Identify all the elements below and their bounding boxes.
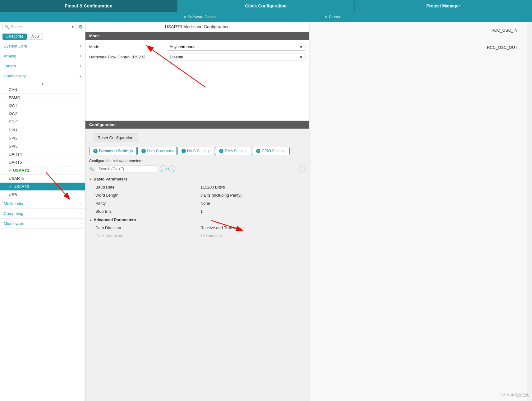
config-search-row: 🔍 ← → i xyxy=(85,164,309,174)
basic-parameters-group[interactable]: ∨ Basic Parameters xyxy=(89,175,305,183)
nav-pinout-config[interactable]: Pinout & Configuration xyxy=(0,0,177,12)
sidebar-item-multimedia[interactable]: Multimedia > xyxy=(0,199,85,209)
sidebar-item-usart1[interactable]: ✓ USART1 xyxy=(0,166,85,175)
advanced-parameters-label: Advanced Parameters xyxy=(94,217,136,222)
search-input[interactable] xyxy=(11,25,71,29)
nav-project-manager-label: Project Manager xyxy=(426,3,460,8)
hw-flow-value: Disable xyxy=(170,55,183,59)
mode-header: Mode xyxy=(85,32,309,40)
basic-params-expand-icon: ∨ xyxy=(89,177,92,181)
sidebar-item-system-core[interactable]: System Core > xyxy=(0,41,85,51)
sidebar: 🔍 ▼ ⚙ Categories A->Z System Cor xyxy=(0,22,85,401)
spi2-label: SPI2 xyxy=(9,136,17,140)
multimedia-label: Multimedia xyxy=(4,201,23,206)
config-note: Configure the below parameters : xyxy=(85,157,309,164)
nav-project-manager[interactable]: Project Manager xyxy=(355,0,532,12)
sub-nav-software-packs[interactable]: ∨ Software Packs xyxy=(133,12,266,22)
advanced-parameters-group[interactable]: ∨ Advanced Parameters xyxy=(89,216,305,224)
computing-chevron: > xyxy=(80,212,81,215)
can-label: CAN xyxy=(9,87,17,92)
content-title: USART3 Mode and Configuration xyxy=(85,22,309,32)
sidebar-item-spi2[interactable]: SPI2 xyxy=(0,134,85,142)
stop-bits-value: 1 xyxy=(200,209,305,214)
sidebar-item-can[interactable]: CAN xyxy=(0,86,85,94)
reset-config-button[interactable]: Reset Configuration xyxy=(93,134,138,142)
hw-flow-row: Hardware Flow Control (RS232) Disable ∨ xyxy=(89,53,305,61)
tab-parameter-settings[interactable]: ✓ Parameter Settings xyxy=(89,147,137,155)
uart4-label: UART4 xyxy=(9,152,22,157)
config-search-box[interactable] xyxy=(96,166,158,172)
config-search-input[interactable] xyxy=(99,167,155,171)
search-prev-button[interactable]: ← xyxy=(160,166,167,172)
rcc-osc-out-label: RCC_OSC_OUT xyxy=(487,45,517,50)
dma-settings-label: DMA Settings xyxy=(225,149,247,153)
sidebar-item-i2c1[interactable]: I2C1 xyxy=(0,102,85,110)
sidebar-item-middleware[interactable]: Middleware > xyxy=(0,219,85,229)
mode-content: Mode Asynchronous ∨ Hardware Flow Contro… xyxy=(85,40,309,121)
hw-flow-select[interactable]: Disable ∨ xyxy=(167,53,305,61)
nav-clock-config[interactable]: Clock Configuration xyxy=(177,0,355,12)
sidebar-search-row: 🔍 ▼ ⚙ xyxy=(0,22,85,32)
word-length-value: 8 Bits (including Parity) xyxy=(200,193,305,198)
middleware-chevron: > xyxy=(80,222,81,225)
param-row-word-length: Word Length 8 Bits (including Parity) xyxy=(89,191,305,199)
sdio-label: SDIO xyxy=(9,120,19,124)
hw-flow-label: Hardware Flow Control (RS232) xyxy=(89,55,167,59)
basic-parameters-label: Basic Parameters xyxy=(94,177,127,181)
search-dropdown-icon[interactable]: ▼ xyxy=(71,25,74,29)
right-panel: RCC_OSC_IN RCC_OSC_OUT xyxy=(309,22,527,401)
sub-nav-right-empty xyxy=(399,12,532,22)
sidebar-item-analog[interactable]: Analog > xyxy=(0,51,85,61)
dma-settings-check-icon: ✓ xyxy=(219,149,223,153)
sidebar-item-i2c2[interactable]: I2C2 xyxy=(0,110,85,118)
info-icon[interactable]: i xyxy=(299,166,305,172)
stop-bits-name: Stop Bits xyxy=(95,209,200,214)
config-tabs: ✓ Parameter Settings ✓ User Constants ✓ … xyxy=(85,147,309,155)
sidebar-item-fsmc[interactable]: FSMC xyxy=(0,94,85,102)
mode-field-value: Asynchronous xyxy=(170,44,195,49)
tab-user-constants[interactable]: ✓ User Constants xyxy=(137,147,177,155)
rcc-osc-in-label: RCC_OSC_IN xyxy=(491,28,517,33)
sidebar-item-timers[interactable]: Timers > xyxy=(0,61,85,71)
reset-config-row: Reset Configuration xyxy=(85,129,309,147)
word-length-name: Word Length xyxy=(95,193,200,198)
sidebar-item-spi3[interactable]: SPI3 xyxy=(0,142,85,150)
tab-categories[interactable]: Categories xyxy=(2,34,27,40)
search-next-button[interactable]: → xyxy=(168,166,175,172)
tab-gpio-settings[interactable]: ✓ GPIO Settings xyxy=(252,147,290,155)
sidebar-item-uart5[interactable]: UART5 xyxy=(0,158,85,166)
sidebar-item-computing[interactable]: Computing > xyxy=(0,209,85,219)
data-direction-name: Data Direction xyxy=(95,226,200,230)
gpio-settings-label: GPIO Settings xyxy=(262,149,286,153)
usart2-label: USART2 xyxy=(9,176,25,181)
search-box[interactable]: 🔍 ▼ xyxy=(2,24,76,30)
tab-az[interactable]: A->Z xyxy=(28,34,43,40)
sidebar-item-usart2[interactable]: USART2 xyxy=(0,175,85,183)
usart1-label: USART1 xyxy=(13,168,29,173)
param-row-parity: Parity None xyxy=(89,199,305,207)
watermark: CSDN @花茂已飘 xyxy=(498,393,529,398)
param-row-baud-rate: Baud Rate 115200 Bits/s xyxy=(89,183,305,191)
sidebar-item-connectivity[interactable]: Connectivity ∨ xyxy=(0,71,85,81)
gear-icon[interactable]: ⚙ xyxy=(78,24,83,30)
connectivity-scroll-up[interactable]: ▲ xyxy=(0,81,85,86)
i2c2-label: I2C2 xyxy=(9,112,17,116)
tab-dma-settings[interactable]: ✓ DMA Settings xyxy=(215,147,251,155)
spi3-label: SPI3 xyxy=(9,144,17,148)
analog-chevron: > xyxy=(80,54,81,58)
sidebar-item-uart4[interactable]: UART4 xyxy=(0,150,85,158)
sidebar-item-usb[interactable]: USB xyxy=(0,191,85,199)
sub-nav-pinout[interactable]: ∨ Pinout xyxy=(266,12,399,22)
config-search-icon: 🔍 xyxy=(89,167,94,171)
param-row-over-sampling: Over Sampling 16 Samples xyxy=(89,232,305,240)
system-core-chevron: > xyxy=(80,44,81,48)
parameter-settings-label: Parameter Settings xyxy=(99,149,133,153)
sidebar-item-usart3[interactable]: ✓ USART3 xyxy=(0,183,85,191)
gpio-settings-check-icon: ✓ xyxy=(256,149,260,153)
mode-field-chevron-icon: ∨ xyxy=(300,44,303,49)
sidebar-item-sdio[interactable]: SDIO xyxy=(0,118,85,126)
tab-nvic-settings[interactable]: ✓ NVIC Settings xyxy=(177,147,214,155)
sidebar-item-spi1[interactable]: SPI1 xyxy=(0,126,85,134)
mode-field-select[interactable]: Asynchronous ∨ xyxy=(167,43,305,51)
spi1-label: SPI1 xyxy=(9,128,17,132)
